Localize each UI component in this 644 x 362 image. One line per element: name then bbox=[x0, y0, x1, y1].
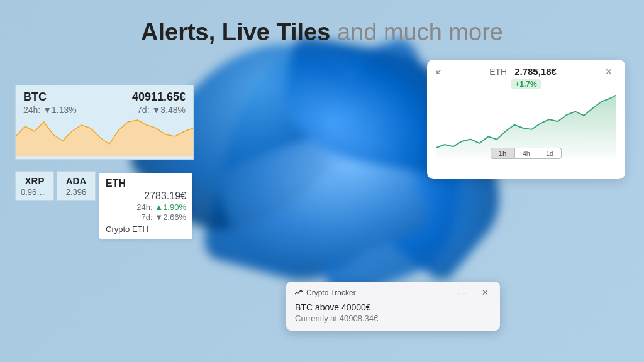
btc-sparkline-chart bbox=[16, 119, 193, 156]
tab-1d[interactable]: 1d bbox=[538, 148, 562, 159]
headline: Alerts, Live Tiles and much more bbox=[141, 19, 503, 46]
tab-1h[interactable]: 1h bbox=[491, 148, 515, 159]
trend-icon bbox=[295, 289, 303, 297]
btc-7d: 7d: ▼3.48% bbox=[137, 105, 186, 115]
eth-price: 2783.19€ bbox=[106, 190, 186, 202]
eth-7d: 7d: ▼2.66% bbox=[106, 212, 186, 222]
widget-timerange-tabs: 1h 4h 1d bbox=[436, 148, 616, 159]
alert-notification[interactable]: Crypto Tracker ··· ✕ BTC above 40000€ Cu… bbox=[286, 282, 500, 331]
notification-app-name: Crypto Tracker bbox=[306, 288, 356, 297]
eth-label: Crypto ETH bbox=[106, 224, 186, 234]
btc-price: 40911.65€ bbox=[132, 90, 186, 104]
eth-detail-card[interactable]: ETH 2783.19€ 24h: ▲1.90% 7d: ▼2.66% Cryp… bbox=[99, 173, 192, 239]
tab-4h[interactable]: 4h bbox=[515, 148, 538, 159]
notification-title: BTC above 40000€ bbox=[295, 302, 491, 312]
expand-icon[interactable] bbox=[436, 66, 445, 77]
eth-widget-card: ETH 2.785,18€ ✕ +1.7% 1h 4h 1d bbox=[427, 60, 625, 179]
btc-symbol: BTC bbox=[23, 90, 47, 104]
eth-symbol: ETH bbox=[106, 178, 126, 189]
eth-24h: 24h: ▲1.90% bbox=[106, 202, 186, 212]
headline-rest: and much more bbox=[330, 19, 503, 45]
ada-value: 2.396 bbox=[62, 187, 90, 197]
close-icon[interactable]: ✕ bbox=[601, 67, 616, 77]
close-icon[interactable]: ✕ bbox=[479, 288, 491, 297]
xrp-value: 0.963… bbox=[21, 187, 48, 197]
ada-symbol: ADA bbox=[62, 175, 90, 186]
more-icon[interactable]: ··· bbox=[455, 288, 470, 297]
ada-live-tile[interactable]: ADA 2.396 bbox=[57, 171, 96, 201]
xrp-symbol: XRP bbox=[21, 175, 48, 186]
widget-change-badge: +1.7% bbox=[511, 79, 540, 89]
widget-symbol: ETH bbox=[489, 67, 507, 77]
notification-subtitle: Currently at 40908.34€ bbox=[295, 314, 491, 323]
headline-bold: Alerts, Live Tiles bbox=[141, 19, 330, 45]
widget-price: 2.785,18€ bbox=[514, 66, 557, 77]
btc-24h: 24h: ▼1.13% bbox=[23, 105, 77, 115]
xrp-live-tile[interactable]: XRP 0.963… bbox=[15, 171, 54, 201]
btc-live-tile[interactable]: BTC 40911.65€ 24h: ▼1.13% 7d: ▼3.48% bbox=[15, 85, 194, 160]
